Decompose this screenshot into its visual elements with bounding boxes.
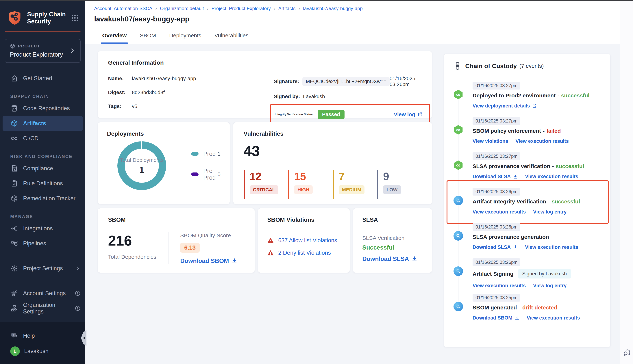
tab-deployments[interactable]: Deployments [169, 27, 201, 44]
sidebar-item-account-settings[interactable]: Account Settings [0, 286, 85, 301]
sidebar-item-label: Integrations [23, 225, 53, 232]
breadcrumb-current[interactable]: lavakush07/easy-buggy-app [303, 6, 363, 11]
view-execution-results-link[interactable]: View execution results [516, 138, 569, 144]
slsa-status: Successful [362, 244, 423, 251]
sidebar-item-organization-settings[interactable]: Organization Settings [0, 301, 85, 316]
breadcrumb: Account: Automation-SSCA › Organization:… [94, 6, 611, 11]
event-title: SLSA provenance generation [472, 234, 549, 240]
event-timestamp: 01/16/2025 03:27pm [472, 117, 520, 125]
sidebar-item-get-started[interactable]: Get Started [0, 71, 85, 86]
deny-list-violations-link[interactable]: 2 Deny list Violations [267, 250, 340, 256]
sidebar-section-supply-chain: SUPPLY CHAIN [10, 94, 85, 99]
event-status: successful [552, 198, 580, 205]
pipeline-hexagon-icon: ∞ [454, 90, 463, 99]
event-timestamp: 01/16/2025 03:26pm [472, 188, 520, 196]
breadcrumb-artifacts[interactable]: Artifacts [278, 6, 296, 11]
warning-triangle-icon [267, 250, 274, 256]
artifact-tags: v5 [132, 104, 137, 109]
sidebar-item-integrations[interactable]: Integrations [0, 221, 85, 236]
pipeline-icon [10, 240, 18, 248]
sidebar-item-pipelines[interactable]: Pipelines [0, 236, 85, 251]
magnifier-badge-icon [454, 231, 463, 240]
view-deployment-details-link[interactable]: View deployment details [472, 103, 537, 109]
breadcrumb-project[interactable]: Project: Product Exploratory [212, 6, 271, 11]
project-selector[interactable]: PROJECT Product Exploratory [5, 39, 80, 63]
view-log-link[interactable]: View log [394, 112, 422, 118]
view-execution-results-link[interactable]: View execution results [525, 174, 578, 180]
slsa-verification-label: SLSA Verification [362, 235, 423, 241]
sidebar-section-risk-compliance: RISK AND COMPLIANCE [10, 154, 85, 159]
chat-bubbles-icon[interactable] [623, 348, 631, 357]
breadcrumb-organization[interactable]: Organization: default [160, 6, 204, 11]
tab-overview[interactable]: Overview [102, 27, 126, 44]
signature-label: Signature: [274, 78, 299, 84]
sidebar-item-code-repositories[interactable]: Code Repositories [0, 101, 85, 116]
signature-date: 01/16/2025 03:26pm [390, 76, 422, 87]
chain-icon [454, 62, 462, 70]
view-log-entry-link[interactable]: View log entry [533, 209, 567, 215]
legend-item-pre-prod: Pre Prod 0 [191, 168, 220, 181]
event-title: Artifact Integrity Verification [472, 198, 546, 205]
tab-vulnerabilities[interactable]: Vulnerabilities [214, 27, 248, 44]
download-sbom-link[interactable]: Download SBOM [472, 315, 520, 321]
svg-text:?: ? [13, 334, 14, 336]
tab-sbom[interactable]: SBOM [140, 27, 156, 44]
user-menu[interactable]: L Lavakush [0, 343, 85, 359]
legend-item-prod: Prod 1 [191, 150, 220, 157]
chevron-separator-icon: › [207, 6, 208, 11]
help-label: Help [23, 332, 35, 339]
warning-triangle-icon [267, 237, 274, 244]
slsa-card: SLSA SLSA Verification Successful Downlo… [353, 208, 432, 273]
view-execution-results-link[interactable]: View execution results [527, 315, 580, 321]
user-name: Lavakush [24, 348, 48, 354]
view-execution-results-link[interactable]: View execution results [472, 209, 526, 215]
app-grid-icon[interactable] [71, 14, 79, 22]
download-icon [515, 316, 520, 320]
download-sbom-link[interactable]: Download SBOM [180, 258, 237, 264]
view-log-entry-link[interactable]: View log entry [533, 283, 567, 288]
info-icon[interactable] [75, 306, 80, 311]
sbom-total-label: Total Dependencies [108, 254, 168, 260]
vulnerabilities-card: Vulnerabilities 43 12 CRITICAL 15 HIGH [233, 122, 432, 204]
vulnerabilities-total: 43 [244, 143, 422, 160]
sidebar-item-cicd[interactable]: CI/CD [0, 131, 85, 146]
cube-icon [10, 120, 18, 128]
sidebar-item-label: Rule Definitions [23, 180, 63, 187]
sidebar-item-remediation-tracker[interactable]: Remediation Tracker [0, 191, 85, 206]
collapse-arrow-icon [83, 336, 85, 340]
chat-question-icon: ? [10, 332, 18, 340]
download-slsa-link[interactable]: Download SLSA [472, 244, 518, 250]
pipeline-hexagon-icon: ∞ [454, 125, 463, 134]
name-label: Name: [108, 76, 132, 82]
sidebar-section-manage: MANAGE [10, 214, 85, 219]
download-slsa-link[interactable]: Download SLSA [472, 174, 518, 180]
sidebar-item-compliance[interactable]: Compliance [0, 161, 85, 176]
deployments-card: Deployments Total Deployments [98, 122, 230, 204]
event-timestamp: 01/16/2025 03:26pm [472, 223, 520, 231]
severity-high: 15 HIGH [288, 170, 332, 199]
divider [265, 76, 265, 127]
allow-list-violations-link[interactable]: 637 Allow list Violations [267, 237, 340, 244]
clipboard-check-icon [10, 180, 18, 188]
event-status: drift detected [522, 304, 557, 311]
help-button[interactable]: ? Help [0, 328, 85, 343]
sidebar-item-label: Account Settings [23, 290, 66, 296]
breadcrumb-account[interactable]: Account: Automation-SSCA [94, 6, 152, 11]
artifact-digest: 8d23bd3b5d8f [132, 90, 165, 96]
content: General Information Name:lavakush07/easy… [85, 44, 620, 364]
digest-label: Digest: [108, 90, 132, 96]
card-title: SBOM [108, 216, 244, 223]
project-name: Product Exploratory [10, 51, 69, 58]
view-execution-results-link[interactable]: View execution results [525, 244, 578, 250]
sidebar-item-project-settings[interactable]: Project Settings [0, 261, 85, 276]
view-execution-results-link[interactable]: View execution results [472, 283, 526, 288]
info-icon[interactable] [75, 290, 80, 296]
download-slsa-link[interactable]: Download SLSA [362, 256, 423, 262]
coc-event-slsa-generation: 01/16/2025 03:26pm SLSA provenance gener… [454, 223, 601, 258]
view-violations-link[interactable]: View violations [472, 138, 508, 144]
signature-value: MEQCICde2VjIT...bL+2+mqnOXw== [302, 77, 390, 86]
sidebar-item-rule-definitions[interactable]: Rule Definitions [0, 176, 85, 191]
sbom-quality-score: 6.13 [180, 242, 200, 253]
tags-label: Tags: [108, 104, 132, 109]
sidebar-item-artifacts[interactable]: Artifacts [2, 116, 83, 131]
